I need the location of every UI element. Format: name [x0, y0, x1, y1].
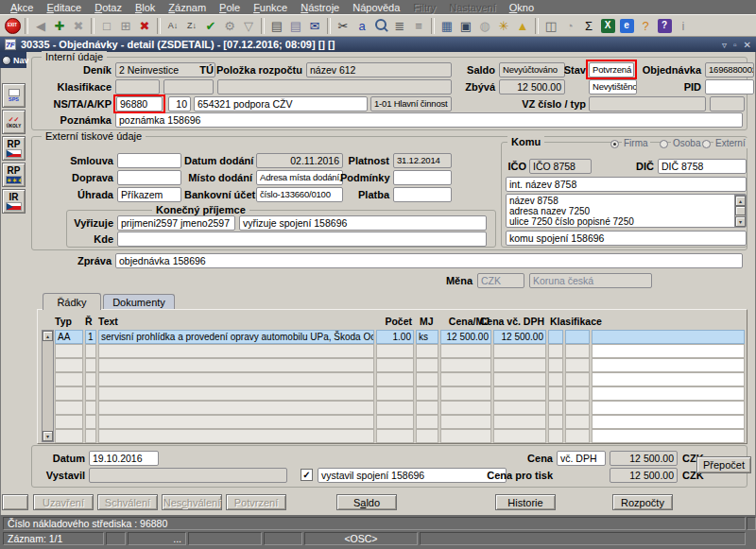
- record-previous-icon[interactable]: ◀: [31, 17, 50, 35]
- empty-row-cell[interactable]: [416, 429, 438, 443]
- radio-firma[interactable]: [610, 140, 619, 148]
- row1-pocet-cell[interactable]: 1.00: [376, 330, 414, 344]
- klasifikace-field-1[interactable]: [115, 79, 160, 94]
- sort-ascending-icon[interactable]: A↓: [163, 17, 182, 35]
- mail-icon[interactable]: ✉: [305, 17, 324, 35]
- ns-field-1[interactable]: 96880: [116, 96, 163, 112]
- komu-adresa-scrollbar[interactable]: ▴ ▾: [734, 195, 746, 227]
- ns-field-2[interactable]: 10: [168, 96, 191, 112]
- radio-osoba[interactable]: [660, 140, 668, 148]
- menu-item-nastaveni[interactable]: Nastavení: [442, 2, 503, 13]
- empty-row-cell[interactable]: [85, 358, 96, 372]
- pyramid-icon[interactable]: ▲: [513, 17, 532, 35]
- empty-row-cell[interactable]: [55, 372, 83, 386]
- empty-row-cell[interactable]: [548, 386, 563, 401]
- vystavil-checkbox[interactable]: ✓: [301, 469, 313, 481]
- ship-wheel-icon[interactable]: ✳: [494, 17, 513, 35]
- blank-button[interactable]: [2, 494, 28, 510]
- podminky-field[interactable]: [393, 170, 452, 185]
- print-icon[interactable]: ▤: [267, 17, 286, 35]
- rp-cz-button[interactable]: RP: [2, 136, 26, 161]
- smlouva-field[interactable]: [117, 153, 181, 168]
- empty-row-cell[interactable]: [440, 386, 491, 401]
- empty-row-cell[interactable]: [440, 344, 491, 358]
- empty-row-cell[interactable]: [376, 344, 414, 358]
- empty-row-cell[interactable]: [85, 344, 96, 358]
- menu-item-okno[interactable]: Okno: [503, 2, 541, 13]
- menu-item-filtry[interactable]: Filtry: [406, 2, 442, 13]
- empty-row-cell[interactable]: [592, 415, 745, 429]
- row1-cena_dph-cell[interactable]: 12 500.00: [493, 330, 546, 344]
- pid-field[interactable]: [705, 79, 754, 94]
- empty-row-cell[interactable]: [376, 415, 414, 429]
- empty-row-cell[interactable]: [55, 429, 83, 443]
- dic-field[interactable]: DIČ 8758: [658, 159, 747, 174]
- calendar-icon[interactable]: ▦: [438, 17, 456, 35]
- neschvaleni-button[interactable]: Neschválení: [162, 494, 222, 510]
- empty-row-cell[interactable]: [548, 358, 563, 372]
- tab-radky[interactable]: Řádky: [43, 293, 101, 310]
- scroll-down-icon[interactable]: ▾: [43, 431, 53, 441]
- tu-polozka-field[interactable]: název 612: [306, 62, 452, 77]
- sort-descending-icon[interactable]: Z↓: [182, 17, 201, 35]
- empty-row-cell[interactable]: [98, 386, 374, 401]
- menu-item-pole[interactable]: Pole: [213, 2, 247, 13]
- vystavil-spojeni-field[interactable]: vystavil spojení 158696: [318, 468, 507, 483]
- empty-row-cell[interactable]: [440, 372, 491, 386]
- scroll-up-icon[interactable]: ▴: [43, 331, 53, 341]
- vyrizuje-field-1[interactable]: prijmeni2597 jmeno2597: [117, 215, 235, 231]
- menu-item-napoveda[interactable]: Nápověda: [346, 2, 406, 13]
- empty-row-cell[interactable]: [55, 358, 83, 372]
- context-help-icon[interactable]: ?: [636, 17, 655, 35]
- vz-typ-field[interactable]: [710, 96, 745, 112]
- prepocet-button[interactable]: Přepočet: [696, 456, 751, 473]
- empty-row-cell[interactable]: [85, 401, 96, 415]
- empty-row-cell[interactable]: [85, 372, 96, 386]
- platba-field[interactable]: [393, 187, 452, 202]
- uzavreni-button[interactable]: Uzavření: [33, 494, 94, 510]
- empty-row-cell[interactable]: [376, 401, 414, 415]
- misto-dodani-field[interactable]: Adresa místa dodání, os: [256, 170, 343, 185]
- rozpocty-button[interactable]: Rozpočty: [612, 494, 673, 510]
- schvaleni-button[interactable]: Schválení: [97, 494, 158, 510]
- save-icon[interactable]: ▣: [456, 17, 475, 35]
- empty-row-cell[interactable]: [493, 401, 546, 415]
- zbyva-field[interactable]: 12 500.00: [499, 79, 565, 94]
- globe-icon[interactable]: ◍: [475, 17, 494, 35]
- empty-row-cell[interactable]: [592, 429, 745, 443]
- list-icon[interactable]: ≣: [390, 17, 409, 35]
- empty-row-cell[interactable]: [55, 344, 83, 358]
- delete-record-icon[interactable]: ✖: [135, 17, 154, 35]
- empty-row-cell[interactable]: [98, 372, 374, 386]
- empty-row-cell[interactable]: [493, 415, 546, 429]
- menu-item-dotaz[interactable]: Dotaz: [88, 2, 129, 13]
- empty-row-cell[interactable]: [416, 415, 438, 429]
- row1-extra-cell[interactable]: [592, 330, 745, 344]
- ico-field[interactable]: IČO 8758: [529, 159, 592, 174]
- tab-dokumenty[interactable]: Dokumenty: [103, 294, 175, 310]
- empty-row-cell[interactable]: [565, 401, 590, 415]
- menu-item-zaznam[interactable]: Záznam: [162, 2, 213, 13]
- row1-cena_mj-cell[interactable]: 12 500.00: [440, 330, 491, 344]
- paste-icon[interactable]: a: [352, 17, 371, 35]
- clock-icon[interactable]: ◔: [560, 17, 579, 35]
- help-icon[interactable]: ?: [655, 17, 674, 35]
- empty-row-cell[interactable]: [493, 386, 546, 401]
- uhrada-field[interactable]: Příkazem: [117, 187, 181, 202]
- empty-row-cell[interactable]: [376, 372, 414, 386]
- zprava-field[interactable]: objednávka 158696: [115, 253, 743, 268]
- cena-field[interactable]: 12 500.00: [610, 451, 678, 466]
- minimize-icon[interactable]: ▿: [722, 40, 727, 50]
- mena-nazev-field[interactable]: Koruna česká: [529, 273, 652, 288]
- scroll-down-icon[interactable]: ▾: [735, 216, 746, 227]
- klasifikace-field-2[interactable]: [163, 79, 214, 94]
- empty-row-cell[interactable]: [548, 372, 563, 386]
- int-nazev-field[interactable]: int. název 8758: [506, 177, 747, 192]
- menu-item-akce[interactable]: Akce: [4, 2, 40, 13]
- tree-icon[interactable]: ≡: [409, 17, 428, 35]
- search-icon[interactable]: [371, 17, 390, 35]
- kde-field[interactable]: [117, 232, 487, 247]
- row1-mj-cell[interactable]: ks: [416, 330, 438, 344]
- empty-row-cell[interactable]: [416, 372, 438, 386]
- empty-row-cell[interactable]: [565, 429, 590, 443]
